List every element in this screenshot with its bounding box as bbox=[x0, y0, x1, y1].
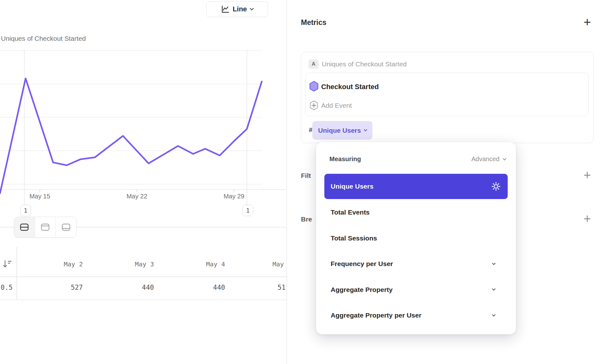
series-letter-badge: A bbox=[309, 59, 319, 69]
chart-type-button[interactable]: Line bbox=[206, 1, 268, 17]
annotation-marker[interactable]: 1 bbox=[242, 205, 253, 216]
measuring-option-label: Aggregate Property per User bbox=[331, 312, 421, 319]
measuring-option-aggregate-property[interactable]: Aggregate Property bbox=[324, 277, 508, 302]
insights-report: Line Uniques of Checkout Started May 15M… bbox=[0, 0, 600, 364]
table-column-header: May 4 bbox=[174, 260, 225, 268]
table-column-header: May 3 bbox=[103, 260, 154, 268]
gear-icon[interactable] bbox=[491, 182, 501, 191]
event-name[interactable]: Checkout Started bbox=[321, 83, 379, 91]
chart-title: Uniques of Checkout Started bbox=[1, 35, 86, 42]
measuring-option-aggregate-property-per-user[interactable]: Aggregate Property per User bbox=[324, 303, 508, 328]
measuring-option-label: Unique Users bbox=[331, 183, 373, 190]
chevron-down-icon bbox=[250, 6, 254, 10]
table-cell: 440 bbox=[174, 284, 225, 291]
measuring-dropdown: Measuring Advanced Unique UsersTotal Eve… bbox=[316, 142, 516, 334]
add-event-button[interactable]: Add Event bbox=[321, 102, 352, 109]
chevron-down-icon bbox=[503, 157, 506, 160]
add-metric-button[interactable]: + bbox=[584, 16, 591, 28]
x-axis-label: May 29 bbox=[212, 193, 256, 200]
chevron-down-icon bbox=[492, 261, 495, 265]
measuring-option-total-sessions[interactable]: Total Sessions bbox=[324, 226, 508, 251]
chevron-down-icon bbox=[492, 313, 495, 316]
add-event-hexagon-plus-icon[interactable] bbox=[310, 100, 318, 110]
advanced-mode-label: Advanced bbox=[471, 155, 499, 163]
table-column-header: May 2 bbox=[32, 260, 83, 268]
filters-section-title: Filt bbox=[301, 172, 311, 179]
table-column-header: May bbox=[272, 260, 284, 268]
horizontal-gridlines bbox=[0, 51, 262, 184]
table-row-divider bbox=[0, 300, 286, 300]
layout-split-view-button[interactable] bbox=[14, 217, 35, 237]
table-frozen-cell: 0.5 bbox=[0, 284, 13, 291]
chart-only-icon bbox=[40, 223, 50, 231]
measuring-option-label: Total Events bbox=[331, 209, 370, 216]
measuring-option-label: Frequency per User bbox=[331, 260, 393, 268]
measuring-option-frequency-per-user[interactable]: Frequency per User bbox=[324, 251, 508, 276]
table-header-divider bbox=[0, 276, 286, 277]
annotation-lines bbox=[24, 50, 247, 205]
annotation-marker[interactable]: 1 bbox=[20, 205, 31, 216]
layout-table-only-button[interactable] bbox=[55, 217, 76, 237]
aggregation-prefix: # bbox=[309, 126, 312, 134]
aggregation-selector[interactable]: Unique Users bbox=[312, 121, 372, 140]
measuring-option-total-events[interactable]: Total Events bbox=[324, 200, 508, 225]
event-hexagon-icon bbox=[309, 81, 318, 92]
table-cell: 51 bbox=[278, 284, 285, 291]
breakdowns-section-title: Bre bbox=[301, 215, 312, 223]
line-chart[interactable] bbox=[0, 50, 286, 205]
table-only-icon bbox=[61, 223, 71, 231]
sort-descending-icon[interactable] bbox=[3, 259, 12, 269]
add-breakdown-button[interactable]: + bbox=[584, 213, 591, 224]
chevron-down-icon bbox=[364, 128, 367, 131]
table-column-divider bbox=[16, 247, 17, 300]
aggregation-label: Unique Users bbox=[318, 127, 361, 134]
table-cell: 440 bbox=[103, 284, 154, 291]
add-filter-button[interactable]: + bbox=[584, 169, 591, 181]
x-axis-label: May 22 bbox=[115, 193, 159, 200]
series-title[interactable]: Uniques of Checkout Started bbox=[322, 60, 407, 68]
measuring-option-label: Aggregate Property bbox=[331, 286, 393, 294]
events-box bbox=[305, 73, 589, 116]
chart-type-label: Line bbox=[233, 5, 247, 13]
x-axis-ticks bbox=[40, 190, 234, 192]
panel-divider bbox=[286, 0, 287, 364]
layout-chart-only-button[interactable] bbox=[35, 217, 56, 237]
advanced-mode-toggle[interactable]: Advanced bbox=[471, 155, 506, 163]
chart-series-line bbox=[0, 78, 262, 193]
x-axis-label: May 15 bbox=[18, 193, 62, 200]
split-view-icon bbox=[20, 223, 29, 231]
chart-panel: Line Uniques of Checkout Started May 15M… bbox=[0, 0, 286, 364]
measuring-option-label: Total Sessions bbox=[331, 234, 377, 242]
layout-switcher bbox=[14, 217, 77, 238]
measuring-option-unique-users[interactable]: Unique Users bbox=[324, 174, 508, 199]
table-cell: 527 bbox=[32, 284, 83, 291]
metrics-section-title: Metrics bbox=[301, 18, 327, 27]
line-chart-icon bbox=[221, 5, 229, 13]
chevron-down-icon bbox=[492, 287, 495, 290]
measuring-dropdown-title: Measuring bbox=[329, 155, 361, 163]
